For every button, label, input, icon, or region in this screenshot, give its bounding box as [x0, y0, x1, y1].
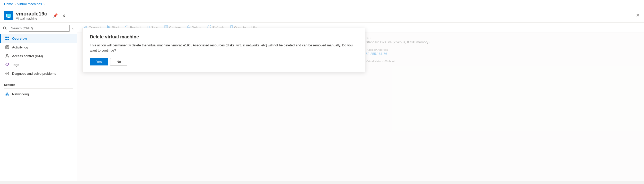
content-area: Connect Start Restart Stop	[77, 23, 644, 181]
sidebar-item-activity-log-label: Activity log	[12, 45, 28, 49]
vm-title-group: vmoracle19c Virtual machine	[16, 11, 47, 20]
sidebar-item-overview-label: Overview	[12, 37, 27, 40]
networking-icon	[5, 92, 10, 96]
sidebar-nav: Overview Activity log Access control (IA…	[0, 34, 77, 181]
sidebar-item-iam[interactable]: Access control (IAM)	[0, 52, 77, 60]
diagnose-icon	[5, 71, 10, 76]
dialog-title: Delete virtual machine	[90, 34, 358, 40]
breadcrumb-sep2: ›	[43, 2, 45, 6]
svg-rect-18	[7, 93, 8, 94]
svg-rect-10	[6, 46, 9, 49]
collapse-sidebar-button[interactable]: «	[72, 26, 74, 30]
vm-header-actions: 📌 🖨	[52, 12, 67, 19]
vm-title: vmoracle19c	[16, 11, 47, 17]
sidebar-search-bar: «	[0, 23, 77, 34]
svg-line-5	[5, 29, 6, 30]
svg-rect-3	[7, 18, 10, 18]
svg-point-13	[6, 54, 8, 56]
activity-log-icon	[5, 45, 10, 49]
svg-rect-9	[7, 39, 9, 40]
dialog-yes-button[interactable]: Yes	[90, 58, 108, 65]
sidebar-item-diagnose[interactable]: Diagnose and solve problems	[0, 69, 77, 78]
vm-icon	[4, 11, 13, 20]
sidebar-item-tags[interactable]: Tags	[0, 60, 77, 69]
search-input[interactable]	[9, 25, 70, 32]
sidebar-item-iam-label: Access control (IAM)	[12, 54, 43, 58]
sidebar-item-networking-label: Networking	[12, 92, 29, 96]
search-icon	[3, 27, 7, 30]
close-icon: ✕	[636, 13, 640, 18]
settings-divider	[4, 88, 73, 89]
pin-button[interactable]: 📌	[52, 12, 59, 19]
overview-icon	[5, 36, 10, 41]
svg-rect-16	[6, 95, 7, 95]
vm-header: vmoracle19c Virtual machine 📌 🖨 ✕	[0, 8, 644, 23]
svg-rect-8	[5, 39, 7, 40]
iam-icon	[5, 54, 10, 58]
print-button[interactable]: 🖨	[61, 12, 67, 19]
close-button[interactable]: ✕	[636, 13, 640, 18]
svg-point-4	[3, 27, 6, 29]
dialog-overlay: Delete virtual machine This action will …	[77, 23, 644, 181]
breadcrumb-sep1: ›	[15, 2, 16, 6]
dialog-no-button[interactable]: No	[110, 58, 127, 65]
sidebar-item-activity-log[interactable]: Activity log	[0, 43, 77, 52]
delete-dialog: Delete virtual machine This action will …	[82, 28, 365, 72]
svg-rect-17	[8, 95, 9, 95]
svg-rect-7	[7, 37, 9, 38]
settings-section-header: Settings	[0, 80, 77, 87]
tags-icon	[5, 62, 10, 67]
svg-rect-1	[7, 14, 11, 17]
breadcrumb-home[interactable]: Home	[4, 2, 13, 6]
pin-icon: 📌	[53, 13, 58, 18]
collapse-icon: «	[72, 26, 74, 30]
sidebar: « Overview Activity log Access contro	[0, 23, 77, 181]
dialog-actions: Yes No	[90, 58, 358, 65]
svg-rect-6	[5, 37, 7, 38]
svg-point-15	[6, 72, 9, 75]
sidebar-item-diagnose-label: Diagnose and solve problems	[12, 72, 56, 76]
nav-divider	[4, 79, 73, 79]
svg-point-14	[7, 64, 8, 64]
breadcrumb-vms[interactable]: Virtual machines	[17, 2, 42, 6]
dialog-body: This action will permanently delete the …	[90, 43, 358, 53]
vm-subtitle: Virtual machine	[16, 17, 47, 20]
sidebar-item-networking[interactable]: Networking	[0, 90, 77, 98]
sidebar-item-tags-label: Tags	[12, 63, 19, 67]
main-layout: « Overview Activity log Access contro	[0, 23, 644, 181]
print-icon: 🖨	[62, 13, 66, 18]
sidebar-item-overview[interactable]: Overview	[0, 34, 77, 43]
breadcrumb: Home › Virtual machines ›	[0, 0, 644, 8]
